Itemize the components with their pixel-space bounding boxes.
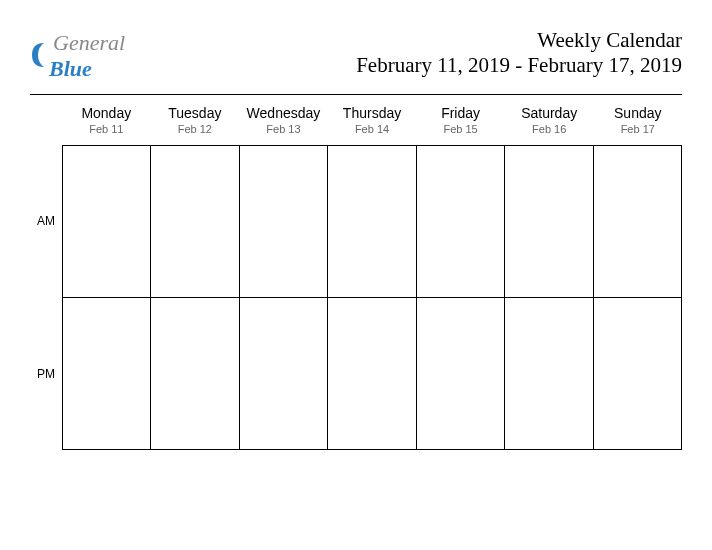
- day-header: Friday Feb 15: [416, 101, 505, 145]
- day-date: Feb 13: [239, 123, 328, 135]
- logo-text-blue: Blue: [49, 56, 92, 81]
- day-name: Saturday: [505, 105, 594, 121]
- day-date: Feb 12: [151, 123, 240, 135]
- day-date: Feb 14: [328, 123, 417, 135]
- day-date: Feb 17: [593, 123, 682, 135]
- date-range: February 11, 2019 - February 17, 2019: [356, 53, 682, 78]
- calendar-cell[interactable]: [594, 146, 682, 298]
- calendar-cell[interactable]: [240, 146, 328, 298]
- logo-text-general: General: [53, 30, 125, 55]
- calendar-cell[interactable]: [63, 146, 151, 298]
- day-name: Monday: [62, 105, 151, 121]
- day-header: Tuesday Feb 12: [151, 101, 240, 145]
- row-label-pm: PM: [30, 298, 62, 451]
- day-date: Feb 11: [62, 123, 151, 135]
- calendar-cell[interactable]: [328, 146, 416, 298]
- calendar: Monday Feb 11 Tuesday Feb 12 Wednesday F…: [30, 101, 682, 450]
- row-labels: AM PM: [30, 145, 62, 450]
- page-title: Weekly Calendar: [356, 28, 682, 53]
- grid-cells: [62, 145, 682, 450]
- header-divider: [30, 94, 682, 95]
- calendar-cell[interactable]: [417, 298, 505, 450]
- day-header: Wednesday Feb 13: [239, 101, 328, 145]
- calendar-cell[interactable]: [240, 298, 328, 450]
- calendar-cell[interactable]: [151, 146, 239, 298]
- calendar-cell[interactable]: [151, 298, 239, 450]
- calendar-cell[interactable]: [505, 146, 593, 298]
- calendar-cell[interactable]: [594, 298, 682, 450]
- row-label-am: AM: [30, 145, 62, 298]
- calendar-cell[interactable]: [417, 146, 505, 298]
- logo: General Blue: [30, 30, 125, 82]
- calendar-cell[interactable]: [328, 298, 416, 450]
- day-name: Thursday: [328, 105, 417, 121]
- day-header: Sunday Feb 17: [593, 101, 682, 145]
- day-header: Thursday Feb 14: [328, 101, 417, 145]
- day-name: Sunday: [593, 105, 682, 121]
- header: General Blue Weekly Calendar February 11…: [30, 28, 682, 82]
- calendar-cell[interactable]: [63, 298, 151, 450]
- day-header-row: Monday Feb 11 Tuesday Feb 12 Wednesday F…: [62, 101, 682, 145]
- calendar-cell[interactable]: [505, 298, 593, 450]
- calendar-grid: AM PM: [30, 145, 682, 450]
- day-header: Monday Feb 11: [62, 101, 151, 145]
- day-date: Feb 16: [505, 123, 594, 135]
- title-block: Weekly Calendar February 11, 2019 - Febr…: [356, 28, 682, 78]
- logo-swoosh-icon: [30, 41, 50, 75]
- day-date: Feb 15: [416, 123, 505, 135]
- day-name: Friday: [416, 105, 505, 121]
- day-name: Tuesday: [151, 105, 240, 121]
- day-name: Wednesday: [239, 105, 328, 121]
- day-header: Saturday Feb 16: [505, 101, 594, 145]
